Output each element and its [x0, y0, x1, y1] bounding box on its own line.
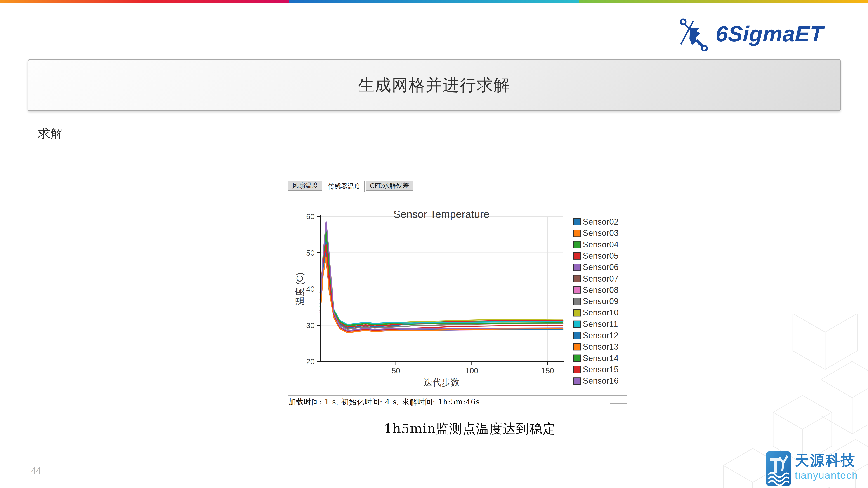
footer-logo-cn: 天源科技	[795, 451, 858, 469]
svg-text:Sensor10: Sensor10	[583, 308, 618, 317]
tab-fan-temperature[interactable]: 风扇温度	[288, 181, 322, 191]
svg-text:Sensor15: Sensor15	[583, 365, 618, 374]
window-grip	[610, 403, 627, 404]
svg-text:温度 (C): 温度 (C)	[295, 272, 305, 306]
svg-text:150: 150	[541, 366, 554, 375]
svg-text:100: 100	[465, 366, 478, 375]
svg-text:Sensor08: Sensor08	[583, 285, 618, 295]
6sigmaet-mark-icon	[679, 17, 713, 51]
rainbow-segment	[0, 0, 289, 3]
footer-logo-en: tianyuantech	[795, 469, 858, 482]
svg-text:50: 50	[306, 249, 315, 257]
svg-text:Sensor07: Sensor07	[583, 274, 618, 283]
rainbow-top-bar	[0, 0, 868, 3]
tab-cfd-residual[interactable]: CFD求解残差	[366, 181, 413, 191]
section-label: 求解	[38, 126, 63, 142]
svg-text:Sensor04: Sensor04	[583, 240, 618, 249]
svg-text:Sensor09: Sensor09	[583, 297, 618, 306]
svg-text:Sensor14: Sensor14	[583, 354, 618, 363]
chart-tab-bar: 风扇温度 传感器温度 CFD求解残差	[288, 181, 413, 191]
svg-text:60: 60	[306, 212, 315, 221]
page-number: 44	[31, 466, 41, 476]
svg-text:30: 30	[306, 321, 315, 330]
brand-logo: 6SigmaET	[679, 16, 824, 52]
sensor-temperature-chart: 203040506050100150Sensor Temperature迭代步数…	[288, 191, 627, 395]
svg-text:Sensor12: Sensor12	[583, 331, 618, 340]
svg-text:50: 50	[392, 366, 400, 375]
tab-sensor-temperature[interactable]: 传感器温度	[324, 181, 365, 192]
svg-text:Sensor11: Sensor11	[583, 320, 618, 329]
footer-logo: 天源科技 tianyuantech	[766, 451, 858, 486]
solver-status-line: 加载时间: 1 s, 初始化时间: 4 s, 求解时间: 1h:5m:46s	[288, 397, 480, 407]
svg-text:Sensor03: Sensor03	[583, 228, 618, 238]
svg-text:Sensor Temperature: Sensor Temperature	[394, 208, 490, 220]
svg-text:Sensor06: Sensor06	[583, 263, 618, 272]
title-banner: 生成网格并进行求解	[28, 59, 841, 111]
rainbow-segment	[579, 0, 868, 3]
brand-name: 6SigmaET	[715, 21, 824, 46]
svg-text:Sensor02: Sensor02	[583, 217, 618, 226]
svg-text:Sensor16: Sensor16	[583, 376, 618, 385]
slide-caption: 1h5min监测点温度达到稳定	[288, 420, 652, 437]
svg-text:20: 20	[306, 357, 315, 366]
svg-text:40: 40	[306, 285, 315, 293]
chart-panel: 203040506050100150Sensor Temperature迭代步数…	[288, 191, 627, 396]
page-title: 生成网格并进行求解	[358, 74, 510, 96]
svg-text:Sensor13: Sensor13	[583, 342, 618, 351]
svg-text:Sensor05: Sensor05	[583, 251, 618, 260]
rainbow-segment	[289, 0, 579, 3]
tianyuan-logo-icon	[766, 451, 791, 486]
svg-text:迭代步数: 迭代步数	[423, 377, 460, 387]
